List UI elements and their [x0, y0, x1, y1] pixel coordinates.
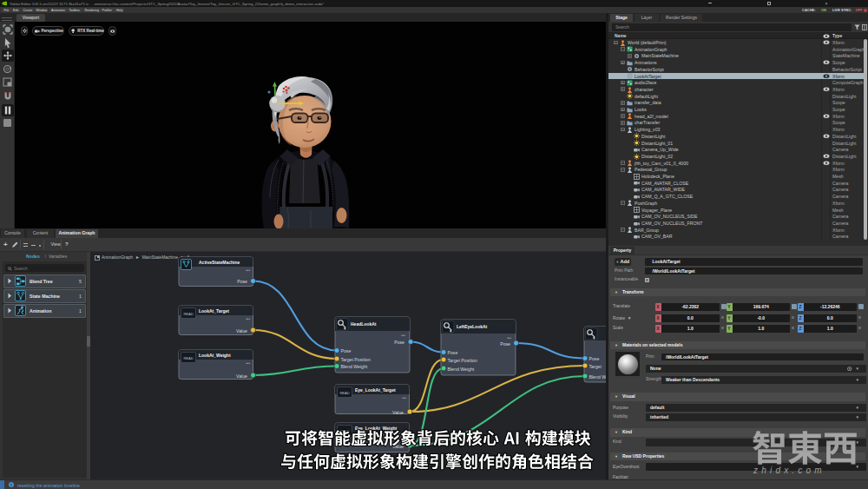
svg-text:zhidx.com: zhidx.com [753, 466, 825, 475]
